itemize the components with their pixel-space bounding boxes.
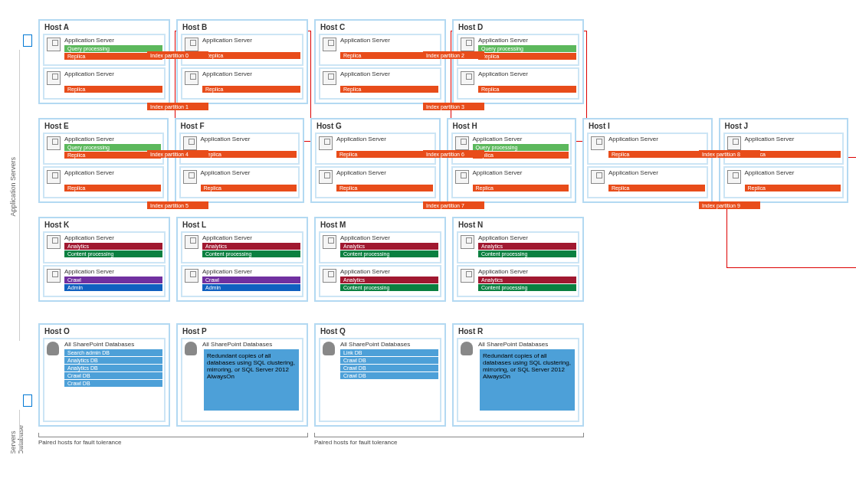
server-title: Application Server <box>202 70 300 77</box>
paired-label-2: Paired hosts for fault tolerance <box>314 439 584 446</box>
server-icon <box>455 170 469 184</box>
host-c: Host C Application ServerReplica Applica… <box>314 19 446 104</box>
server-icon <box>323 38 336 51</box>
host-title: Host F <box>178 121 302 131</box>
server-icon <box>183 170 197 184</box>
tag-replica: Replica <box>473 152 569 159</box>
server-box: All SharePoint Databases Search admin DB… <box>43 338 166 422</box>
server-box: All SharePoint Databases Link DB Crawl D… <box>319 338 441 422</box>
server-box: Application ServerAnalyticsContent proce… <box>457 265 579 297</box>
server-title: Application Server <box>202 234 300 241</box>
host-title: Host D <box>455 22 581 32</box>
server-box: Application ServerReplica <box>181 34 303 66</box>
server-title: Application Server <box>201 136 297 142</box>
host-a: Host A Application ServerQuery processin… <box>38 19 170 104</box>
server-title: Application Server <box>478 268 576 275</box>
server-box: Application ServerQuery processingReplic… <box>43 133 164 165</box>
server-title: Application Server <box>64 234 162 241</box>
server-title: Application Server <box>202 268 300 275</box>
host-title: Host A <box>41 22 167 32</box>
server-title: Application Server <box>64 70 162 77</box>
tag-replica: Replica <box>64 86 162 93</box>
server-box: Application ServerReplica <box>319 34 441 66</box>
server-box: All SharePoint Databases Redundant copie… <box>181 338 303 422</box>
server-title: Application Server <box>608 136 705 142</box>
database-icon <box>185 342 197 355</box>
server-box: Application ServerReplica <box>451 166 572 198</box>
server-icon <box>47 136 61 150</box>
server-title: Application Server <box>340 268 438 275</box>
server-title: Application Server <box>64 169 161 176</box>
server-box: Application ServerAnalyticsContent proce… <box>457 231 579 263</box>
server-icon <box>323 269 336 283</box>
server-title: Application Server <box>340 37 438 44</box>
server-icon <box>185 269 198 283</box>
tag-admin: Admin <box>64 284 162 291</box>
host-n: Host N Application ServerAnalyticsConten… <box>452 217 584 302</box>
server-icon <box>455 136 469 150</box>
host-k: Host K Application ServerAnalyticsConten… <box>38 217 170 302</box>
index-partition-4: Index partition 4 <box>147 150 208 158</box>
host-g: Host G Application ServerReplica Applica… <box>310 118 441 203</box>
tag-content: Content processing <box>478 250 576 257</box>
server-box: Application ServerReplica <box>723 166 845 198</box>
host-title: Host H <box>450 121 574 131</box>
host-title: Host N <box>455 220 581 230</box>
host-p: Host P All SharePoint Databases Redundan… <box>176 323 308 427</box>
section-icon-app <box>23 34 32 47</box>
server-title: All SharePoint Databases <box>64 341 162 348</box>
tag-analytics: Analytics <box>478 243 576 250</box>
server-icon <box>185 71 198 85</box>
server-title: Application Server <box>336 169 433 176</box>
host-m: Host M Application ServerAnalyticsConten… <box>314 217 446 302</box>
host-r: Host R All SharePoint Databases Redundan… <box>452 323 584 427</box>
server-title: Application Server <box>202 37 300 44</box>
tag-replica: Replica <box>336 151 433 158</box>
server-box: Application ServerCrawlAdmin <box>43 265 166 297</box>
section-label-app: Application Servers <box>9 157 17 217</box>
server-box: Application ServerReplica <box>319 67 441 100</box>
tag-crawl: Crawl <box>64 277 162 283</box>
server-box: Application ServerAnalyticsContent proce… <box>319 231 441 263</box>
server-title: Application Server <box>336 136 433 142</box>
server-title: Application Server <box>473 169 569 176</box>
host-d: Host D Application ServerQuery processin… <box>452 19 584 104</box>
tag-query: Query processing <box>473 144 569 151</box>
tag-content: Content processing <box>340 250 438 257</box>
tag-replica: Replica <box>201 185 297 191</box>
tag-query: Query processing <box>478 45 576 52</box>
server-icon <box>591 136 605 150</box>
tag-analytics: Analytics <box>64 243 162 250</box>
server-box: Application ServerQuery processingReplic… <box>457 34 579 66</box>
tag-query: Query processing <box>64 144 161 151</box>
paired-bracket-1 <box>38 433 308 437</box>
server-title: Application Server <box>64 136 161 142</box>
server-title: Application Server <box>473 136 569 142</box>
index-partition-3: Index partition 3 <box>423 103 484 110</box>
section-icon-db <box>23 394 32 407</box>
server-box: Application ServerCrawlAdmin <box>181 265 303 297</box>
server-title: Application Server <box>64 268 162 275</box>
host-q: Host Q All SharePoint Databases Link DB … <box>314 323 446 427</box>
index-partition-2: Index partition 2 <box>423 51 484 59</box>
host-h: Host H Application ServerQuery processin… <box>447 118 577 203</box>
tag-db: Link DB <box>340 349 438 356</box>
tag-crawl: Crawl <box>202 277 300 283</box>
paired-bracket-2 <box>314 433 584 437</box>
host-o: Host O All SharePoint Databases Search a… <box>38 323 170 427</box>
host-title: Host L <box>179 220 305 230</box>
redundant-db-text: Redundant copies of all databases using … <box>483 352 571 380</box>
host-title: Host C <box>317 22 443 32</box>
server-title: All SharePoint Databases <box>340 341 438 348</box>
host-title: Host Q <box>317 326 443 336</box>
index-partition-7: Index partition 7 <box>423 201 484 209</box>
host-title: Host E <box>41 121 166 131</box>
server-box: Application ServerAnalyticsContent proce… <box>181 231 303 263</box>
server-icon <box>47 269 61 283</box>
section-rule-db <box>19 410 20 453</box>
tag-content: Content processing <box>478 284 576 291</box>
server-box: Application ServerAnalyticsContent proce… <box>43 231 166 263</box>
paired-label-1: Paired hosts for fault tolerance <box>38 439 308 446</box>
tag-replica: Replica <box>608 185 705 191</box>
server-icon <box>47 235 61 249</box>
